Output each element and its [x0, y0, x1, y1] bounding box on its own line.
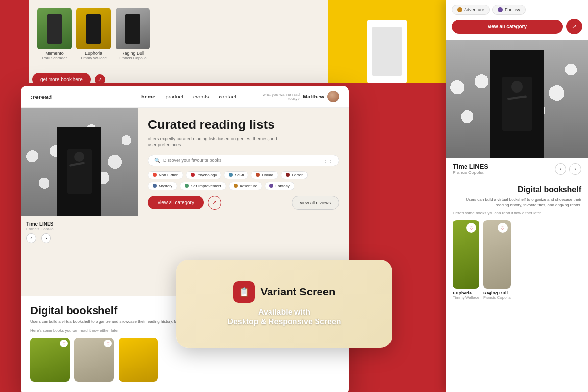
book-cover-memento [37, 8, 72, 49]
tag-dot [270, 184, 273, 188]
tag-dot [457, 7, 462, 12]
nav-links: home product events contact [141, 94, 236, 99]
tag-label: Drama [262, 173, 273, 177]
tag-mystery[interactable]: Mystery [148, 182, 177, 190]
mobile-digital-sub: Here's some books you can read it now ei… [453, 211, 581, 215]
tag-adventure[interactable]: Adventure [229, 182, 262, 190]
clipboard-icon: 📋 [239, 287, 249, 297]
mobile-hero-author: Francis Copolia [453, 170, 488, 175]
variant-overlay: 📋 Variant Screen Available with Desktop … [176, 260, 392, 348]
hero-book-info: Time LINES Francis Copolia ‹ › [21, 216, 138, 246]
tag-drama[interactable]: Drama [251, 171, 278, 179]
mobile-digital-desc: Users can build a virtual bookshelf to o… [453, 197, 581, 208]
user-name: Matthew [303, 94, 324, 99]
mobile-view-all-button[interactable]: view all category [452, 20, 563, 34]
book-card-raging: ♡ [74, 338, 114, 382]
tag-nonfiction[interactable]: Non Fiction [148, 171, 183, 179]
tag-label: Self Improvement [191, 184, 221, 188]
search-input[interactable] [163, 158, 323, 163]
mobile-prev-button[interactable]: ‹ [555, 163, 566, 175]
mobile-hero-bg [446, 40, 588, 158]
get-more-button[interactable]: get more book here [32, 73, 91, 83]
nav-link-product[interactable]: product [165, 94, 183, 99]
tag-label: Psychology [196, 173, 217, 177]
mobile-book-details: Time LINES Francis Copolia [453, 163, 488, 175]
book-title-memento: Memento [37, 51, 72, 56]
tag-label: Horror [292, 173, 303, 177]
mobile-figure [490, 50, 544, 158]
tag-scifi[interactable]: Sci-fi [224, 171, 248, 179]
mobile-book-info: Time LINES Francis Copolia ‹ › [446, 158, 588, 180]
mobile-book-author-euphoria: Timmy Wallace [453, 295, 479, 300]
hero-book-bg [21, 108, 138, 216]
book-author-euphoria: Timmy Wallace [76, 56, 111, 60]
book-title-raging: Raging Bull [116, 51, 150, 56]
section-title: Curated reading lists [148, 118, 339, 132]
mobile-books-row: ♡ Euphoria Timmy Wallace ♡ Raging Bull F… [453, 220, 581, 300]
mobile-view-all-row: view all category ↗ [446, 19, 588, 40]
mobile-book-title-raging: Raging Bull [483, 291, 511, 295]
mobile-tag-fantasy[interactable]: Fantasy [492, 5, 526, 15]
nav-link-home[interactable]: home [141, 94, 155, 99]
tag-dot [256, 173, 260, 177]
nav-link-events[interactable]: events [193, 94, 209, 99]
book-author-raging: Francis Copolia [116, 56, 150, 60]
heart-button-euphoria[interactable]: ♡ [60, 340, 68, 347]
book-author-memento: Paul Schrader [37, 56, 72, 60]
tag-label: Sci-fi [235, 173, 244, 177]
book-card-extra [119, 338, 158, 382]
mobile-book-author-raging: Francis Copolia [483, 295, 511, 300]
mobile-next-button[interactable]: › [569, 163, 581, 175]
book-card-euphoria: ♡ [30, 338, 70, 382]
tag-dot [191, 173, 195, 177]
mobile-mockup: Adventure Fantasy view all category ↗ Ti… [446, 0, 588, 392]
list-item: Euphoria Timmy Wallace [76, 8, 111, 60]
mobile-book-title-euphoria: Euphoria [453, 291, 479, 295]
list-item: Memento Paul Schrader [37, 8, 72, 60]
hero-book-image [21, 108, 138, 216]
mobile-book-cover-raging: ♡ [483, 220, 511, 289]
view-all-arrow-button[interactable]: ↗ [208, 196, 221, 210]
avatar [327, 91, 339, 102]
mobile-digital-title: Digital bookshelf [453, 185, 581, 194]
mobile-tag-adventure[interactable]: Adventure [452, 5, 490, 15]
available-text-block: Available with Desktop & Responsive Scre… [227, 308, 341, 326]
book-cover-euphoria [76, 8, 111, 49]
mobile-tags-row: Adventure Fantasy [446, 0, 588, 19]
next-arrow-button[interactable]: › [41, 233, 51, 243]
heart-button-raging[interactable]: ♡ [104, 340, 112, 347]
variant-screen-label: Variant Screen [261, 286, 336, 298]
tags-container: Non Fiction Psychology Sci-fi Drama Horr… [148, 171, 339, 190]
nav-arrows: ‹ › [24, 233, 134, 243]
view-all-category-button[interactable]: view all category [148, 196, 204, 209]
tag-dot [234, 184, 238, 188]
mobile-digital-section: Digital bookshelf Users can build a virt… [446, 180, 588, 303]
tag-dot [286, 173, 290, 177]
nav-link-contact[interactable]: contact [219, 94, 236, 99]
tag-dot [498, 7, 503, 12]
mobile-book-item-euphoria: ♡ Euphoria Timmy Wallace [453, 220, 479, 300]
tag-dot [185, 184, 189, 188]
desktop-responsive-text: Desktop & Responsive Screen [227, 318, 341, 326]
mobile-heart-button-raging[interactable]: ♡ [498, 223, 508, 233]
list-item: Raging Bull Francis Copolia [116, 8, 150, 60]
tag-label: Adventure [240, 184, 257, 188]
tag-psychology[interactable]: Psychology [186, 171, 221, 179]
prev-arrow-button[interactable]: ‹ [26, 233, 36, 243]
mobile-heart-button-euphoria[interactable]: ♡ [466, 223, 476, 233]
section-desc: offers expertly curated reading lists ba… [148, 136, 285, 148]
search-icon: 🔍 [154, 158, 160, 163]
book-title-euphoria: Euphoria [76, 51, 111, 56]
grid-icon: ⋮⋮ [323, 158, 333, 163]
view-all-reviews-button[interactable]: view all reviews [292, 196, 339, 210]
tag-selfimprovement[interactable]: Self Improvement [180, 182, 226, 190]
user-area: what you wanna read today? Matthew [261, 91, 339, 102]
tag-horror[interactable]: Horror [281, 171, 308, 179]
tag-dot [153, 184, 157, 188]
tag-dot [229, 173, 233, 177]
tag-label: Mystery [159, 184, 172, 188]
search-bar[interactable]: 🔍 ⋮⋮ [148, 155, 339, 166]
tag-label: Non Fiction [159, 173, 178, 177]
tag-fantasy[interactable]: Fantasy [265, 182, 294, 190]
mobile-view-all-arrow[interactable]: ↗ [566, 19, 582, 34]
